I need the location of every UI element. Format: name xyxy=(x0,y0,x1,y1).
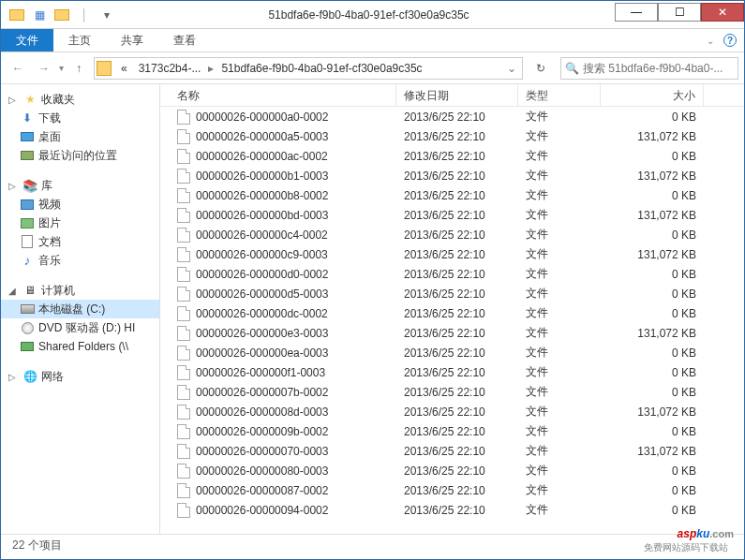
file-row[interactable]: 00000026-000000b8-00022013/6/25 22:10文件0… xyxy=(160,185,744,205)
file-date: 2013/6/25 22:10 xyxy=(396,111,518,124)
file-row[interactable]: 00000026-000000c4-00022013/6/25 22:10文件0… xyxy=(160,225,744,244)
ribbon-expand-icon[interactable]: ⌄ xyxy=(707,36,714,46)
file-size: 0 KB xyxy=(601,484,704,497)
tab-home[interactable]: 主页 xyxy=(53,29,106,52)
sidebar-label: 视频 xyxy=(38,197,61,213)
file-size: 0 KB xyxy=(601,111,704,124)
file-row[interactable]: 00000026-00000087-00022013/6/25 22:10文件0… xyxy=(160,480,744,500)
file-icon xyxy=(177,464,190,479)
sidebar-favorites[interactable]: ▷收藏夹 xyxy=(1,90,159,109)
breadcrumb-seg2[interactable]: 51bdfa6e-f9b0-4ba0-91ef-cf30e0a9c35c xyxy=(216,58,427,79)
file-row[interactable]: 00000026-000000a5-00032013/6/25 22:10文件1… xyxy=(160,126,744,146)
file-icon xyxy=(177,267,190,282)
help-icon[interactable]: ? xyxy=(723,34,737,47)
nav-history-dropdown[interactable]: ▾ xyxy=(59,63,64,73)
nav-back-button[interactable]: ← xyxy=(7,57,29,80)
sidebar-recent[interactable]: 最近访问的位置 xyxy=(1,146,159,165)
titlebar: ▦ │ ▾ 51bdfa6e-f9b0-4ba0-91ef-cf30e0a9c3… xyxy=(1,1,744,29)
file-name: 00000026-000000f1-0003 xyxy=(196,366,325,379)
file-list[interactable]: 名称 修改日期 类型 大小 00000026-000000a0-00022013… xyxy=(160,84,744,534)
file-row[interactable]: 00000026-0000009b-00022013/6/25 22:10文件0… xyxy=(160,421,744,441)
tab-view[interactable]: 查看 xyxy=(158,29,211,52)
file-row[interactable]: 00000026-000000d5-00032013/6/25 22:10文件0… xyxy=(160,284,744,303)
header-size[interactable]: 大小 xyxy=(601,84,704,106)
sidebar-label: 文档 xyxy=(38,234,61,250)
file-date: 2013/6/25 22:10 xyxy=(396,386,518,399)
file-row[interactable]: 00000026-000000c9-00032013/6/25 22:10文件1… xyxy=(160,244,744,264)
minimize-button[interactable]: — xyxy=(615,3,658,22)
file-row[interactable]: 00000026-000000f1-00032013/6/25 22:10文件0… xyxy=(160,362,744,382)
search-input[interactable] xyxy=(583,62,734,75)
file-name: 00000026-000000b8-0002 xyxy=(196,189,328,202)
chevron-right-icon[interactable]: ▸ xyxy=(206,62,216,75)
file-type: 文件 xyxy=(518,482,601,498)
close-button[interactable]: ✕ xyxy=(701,3,744,22)
file-size: 0 KB xyxy=(601,150,704,163)
file-date: 2013/6/25 22:10 xyxy=(396,464,518,478)
file-type: 文件 xyxy=(518,345,601,361)
sidebar-shared[interactable]: Shared Folders (\\ xyxy=(1,337,159,356)
file-icon xyxy=(177,169,190,184)
sidebar-cdrive[interactable]: 本地磁盘 (C:) xyxy=(1,300,159,318)
file-date: 2013/6/25 22:10 xyxy=(396,130,518,143)
file-icon xyxy=(177,365,190,380)
file-row[interactable]: 00000026-00000070-00032013/6/25 22:10文件1… xyxy=(160,441,744,461)
sidebar-downloads[interactable]: 下载 xyxy=(1,109,159,127)
window-title: 51bdfa6e-f9b0-4ba0-91ef-cf30e0a9c35c xyxy=(123,8,615,22)
sidebar-documents[interactable]: 文档 xyxy=(1,232,159,251)
refresh-button[interactable]: ↻ xyxy=(529,58,553,79)
file-icon xyxy=(177,503,190,518)
sidebar-pictures[interactable]: 图片 xyxy=(1,214,159,232)
file-row[interactable]: 00000026-00000080-00032013/6/25 22:10文件0… xyxy=(160,461,744,480)
sidebar-dvd[interactable]: DVD 驱动器 (D:) HI xyxy=(1,318,159,337)
file-icon xyxy=(177,228,190,243)
file-icon xyxy=(177,385,190,400)
file-row[interactable]: 00000026-0000007b-00022013/6/25 22:10文件0… xyxy=(160,382,744,402)
file-row[interactable]: 00000026-00000094-00022013/6/25 22:10文件0… xyxy=(160,500,744,520)
sidebar-videos[interactable]: 视频 xyxy=(1,195,159,214)
sidebar-desktop[interactable]: 桌面 xyxy=(1,127,159,146)
address-dropdown-icon[interactable]: ⌄ xyxy=(505,62,522,75)
file-row[interactable]: 00000026-000000bd-00032013/6/25 22:10文件1… xyxy=(160,205,744,225)
file-type: 文件 xyxy=(518,463,601,479)
sidebar-computer[interactable]: ◢计算机 xyxy=(1,281,159,300)
file-row[interactable]: 00000026-000000ac-00022013/6/25 22:10文件0… xyxy=(160,146,744,166)
header-name[interactable]: 名称 xyxy=(160,84,396,106)
file-type: 文件 xyxy=(518,286,601,302)
address-bar[interactable]: « 3173c2b4-... ▸ 51bdfa6e-f9b0-4ba0-91ef… xyxy=(94,57,523,80)
sidebar-network[interactable]: ▷网络 xyxy=(1,367,159,386)
breadcrumb-seg1[interactable]: 3173c2b4-... xyxy=(133,58,207,79)
tab-share[interactable]: 共享 xyxy=(106,29,158,52)
file-icon xyxy=(177,287,190,302)
sidebar-music[interactable]: 音乐 xyxy=(1,251,159,270)
picture-icon xyxy=(20,215,35,230)
file-row[interactable]: 00000026-000000e3-00032013/6/25 22:10文件1… xyxy=(160,323,744,343)
maximize-button[interactable]: ☐ xyxy=(658,3,701,22)
tab-file[interactable]: 文件 xyxy=(1,29,53,52)
download-icon xyxy=(20,111,35,125)
file-name: 00000026-000000ac-0002 xyxy=(196,150,328,163)
qat-dropdown[interactable]: ▾ xyxy=(97,5,117,25)
file-name: 00000026-0000008d-0003 xyxy=(196,405,328,419)
file-name: 00000026-00000094-0002 xyxy=(196,504,328,517)
search-box[interactable]: 🔍 xyxy=(560,57,738,80)
file-row[interactable]: 00000026-000000ea-00032013/6/25 22:10文件0… xyxy=(160,343,744,362)
sidebar-libraries[interactable]: ▷库 xyxy=(1,176,159,195)
header-date[interactable]: 修改日期 xyxy=(396,84,518,106)
file-type: 文件 xyxy=(518,227,601,243)
file-row[interactable]: 00000026-000000d0-00022013/6/25 22:10文件0… xyxy=(160,264,744,284)
file-icon xyxy=(177,247,190,262)
file-row[interactable]: 00000026-0000008d-00032013/6/25 22:10文件1… xyxy=(160,402,744,421)
header-type[interactable]: 类型 xyxy=(518,84,601,106)
file-row[interactable]: 00000026-000000a0-00022013/6/25 22:10文件0… xyxy=(160,107,744,126)
file-size: 0 KB xyxy=(601,425,704,438)
breadcrumb-overflow[interactable]: « xyxy=(115,58,133,79)
video-icon xyxy=(20,197,35,212)
file-row[interactable]: 00000026-000000dc-00022013/6/25 22:10文件0… xyxy=(160,303,744,323)
file-row[interactable]: 00000026-000000b1-00032013/6/25 22:10文件1… xyxy=(160,166,744,185)
share-icon xyxy=(20,339,35,354)
sidebar: ▷收藏夹 下载 桌面 最近访问的位置 ▷库 视频 图片 文档 音乐 ◢计算机 本… xyxy=(1,84,160,534)
nav-up-button[interactable]: ↑ xyxy=(67,57,90,80)
qat-open[interactable] xyxy=(52,5,72,25)
qat-properties[interactable]: ▦ xyxy=(29,5,50,25)
